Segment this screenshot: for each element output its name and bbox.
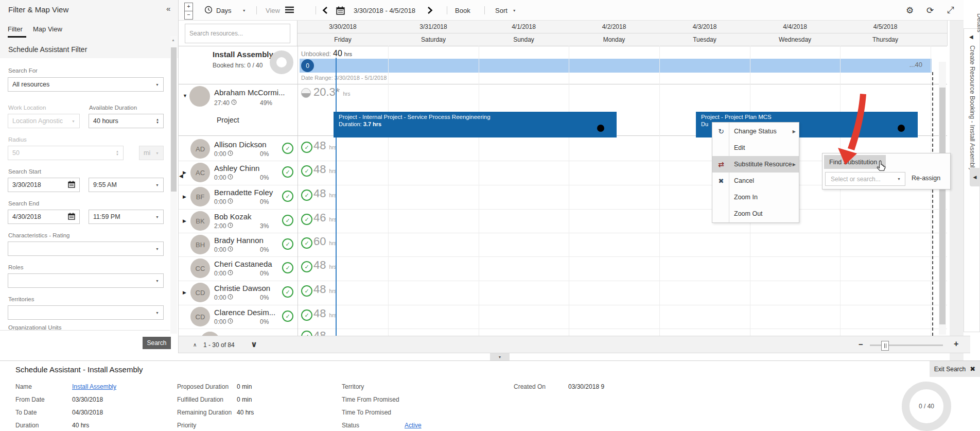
filter-scrollbar-thumb[interactable] <box>171 47 177 192</box>
board-scrollbar[interactable] <box>939 62 946 335</box>
day-column-header[interactable]: 4/3/2018Tuesday <box>659 21 750 46</box>
board-scrollbar-thumb[interactable] <box>939 88 946 324</box>
zoom-in-button[interactable]: + <box>184 3 193 11</box>
expander-closed-icon[interactable]: ▶ <box>183 290 186 295</box>
right-gap <box>950 21 964 360</box>
search-start-time[interactable]: 9:55 AM ▼ <box>89 178 164 192</box>
calendar-icon[interactable] <box>68 213 75 221</box>
booking-status-dot[interactable] <box>597 125 604 132</box>
characteristics-select[interactable]: ▼ <box>8 242 164 256</box>
zoom-slider-thumb[interactable] <box>881 341 889 351</box>
day-column-header[interactable]: 4/1/2018Sunday <box>479 21 569 46</box>
expander-closed-icon[interactable]: ▶ <box>183 170 186 175</box>
scale-select-label[interactable]: Days <box>216 7 232 14</box>
demand-progress-donut <box>270 50 293 74</box>
refresh-icon[interactable]: ⟳ <box>926 0 934 21</box>
splitter-collapse-icon[interactable]: ◀ <box>179 173 183 179</box>
prev-range-button[interactable] <box>322 0 329 21</box>
details-panel-handle[interactable]: ◀ <box>970 168 980 186</box>
calendar-icon[interactable] <box>68 181 75 189</box>
search-for-select[interactable]: All resources ▼ <box>8 77 164 92</box>
resource-row[interactable]: ▶ BK Bob Kozak 2:00 3% ✓ ✓ 46 hrs <box>179 209 947 233</box>
field-label: Remaining Duration <box>177 409 232 416</box>
search-end-time[interactable]: 11:59 PM ▼ <box>89 210 164 224</box>
settings-gear-icon[interactable]: ⚙ <box>906 0 914 21</box>
menu-item-change-status[interactable]: ↻ Change Status ▶ <box>712 123 799 140</box>
day-column-header[interactable]: 3/30/2018Friday <box>297 21 389 46</box>
available-check-icon: ✓ <box>282 143 293 154</box>
search-button[interactable]: Search <box>143 337 171 349</box>
stepper-icon[interactable]: ▲▼ <box>156 118 159 124</box>
available-duration-input[interactable]: 40 hours ▲▼ <box>89 114 164 128</box>
zoom-out-button[interactable]: − <box>184 11 193 20</box>
zoom-out-minus-icon[interactable]: − <box>859 340 863 349</box>
list-view-icon[interactable] <box>285 6 294 15</box>
day-column-header[interactable]: 3/31/2018Saturday <box>388 21 479 46</box>
expand-fullscreen-icon[interactable]: ⤢ <box>947 0 954 21</box>
chevron-down-icon[interactable]: ▼ <box>513 9 516 12</box>
panel-expand-icon[interactable]: ◀ <box>969 34 973 40</box>
resource-row[interactable]: CD Clarence Desim... 0:00 0% ✓ ✓ 48 hrs <box>179 305 947 329</box>
search-end-label: Search End <box>8 200 39 206</box>
menu-item-substitute-resource[interactable]: ⇄ Substitute Resource ▶ <box>712 156 799 173</box>
menu-item-cancel[interactable]: ✖ Cancel <box>712 173 799 189</box>
substitute-select[interactable]: ▼ <box>825 172 905 186</box>
day-column-header[interactable]: 4/5/2018Thursday <box>840 21 931 46</box>
expander-closed-icon[interactable]: ▶ <box>183 218 186 223</box>
expander-open-icon[interactable]: ▼ <box>183 93 187 98</box>
resource-utilization: 0% <box>260 150 269 158</box>
panel-expand-tab[interactable]: ▾ <box>490 353 510 360</box>
resource-row-group[interactable]: ▼ Abraham McCormi... 27:40 49% 20.3* hrs <box>179 84 947 110</box>
search-end-date[interactable]: 4/30/2018 <box>8 210 80 224</box>
chevron-down-icon[interactable]: ▼ <box>242 9 246 12</box>
day-column-header[interactable]: 4/4/2018Wednesday <box>750 21 841 46</box>
exit-search-button[interactable]: Exit Search ✖ <box>930 361 980 377</box>
view-label[interactable]: View <box>266 7 280 14</box>
book-button[interactable]: Book <box>455 0 470 21</box>
resource-row[interactable]: CC Cheri Castaneda 0:00 0% ✓ ✓ 48 hrs <box>179 256 947 281</box>
substitute-select-input[interactable] <box>830 175 894 183</box>
reassign-button[interactable]: Re-assign <box>912 175 940 182</box>
available-hours: 20.3* hrs <box>313 85 350 99</box>
next-range-button[interactable] <box>426 0 433 21</box>
page-down-icon[interactable]: ∨ <box>251 339 257 349</box>
group-sub-label: Project <box>217 116 239 124</box>
sort-button[interactable]: Sort <box>495 7 507 14</box>
search-resources-input[interactable] <box>185 24 290 43</box>
booking-status-dot[interactable] <box>898 125 905 132</box>
resource-row[interactable]: BH Brady Hannon 0:00 0% ✓ ✓ 60 hrs <box>179 233 947 257</box>
expander-closed-icon[interactable]: ▶ <box>183 194 186 199</box>
resource-row[interactable]: ▶ CD Christie Dawson 0:00 0% ✓ ✓ 48 hrs <box>179 281 947 305</box>
tab-filter[interactable]: Filter <box>8 25 23 33</box>
day-column-header[interactable]: 4/2/2018Monday <box>569 21 660 46</box>
details-tab-label[interactable]: Details <box>976 13 980 32</box>
menu-item-edit[interactable]: Edit <box>712 140 799 156</box>
panel-collapse-icon[interactable]: « <box>166 4 170 13</box>
calendar-icon[interactable] <box>336 0 345 21</box>
field-label: Priority <box>177 422 196 429</box>
menu-item-zoom-out[interactable]: Zoom Out <box>712 205 799 222</box>
record-link[interactable]: Install Assembly <box>72 383 116 390</box>
create-booking-tab-label[interactable]: Create Resource Booking - Install Assemb… <box>969 45 976 171</box>
scroll-up-icon[interactable]: ▲ <box>171 38 175 42</box>
page-up-icon[interactable]: ∧ <box>193 342 197 348</box>
date-range-label[interactable]: 3/30/2018 - 4/5/2018 <box>354 0 415 21</box>
resource-row[interactable]: ✓ 48 <box>179 329 947 336</box>
chevron-down-icon: ▼ <box>155 311 159 315</box>
tab-map-view[interactable]: Map View <box>33 25 62 33</box>
available-check-icon: ✓ <box>301 165 312 177</box>
divider <box>484 6 485 14</box>
radius-unit: mi <box>144 149 150 157</box>
zoom-in-plus-icon[interactable]: + <box>954 339 958 349</box>
field-label: Name <box>15 383 32 390</box>
roles-select[interactable]: ▼ <box>8 273 164 288</box>
find-substitution-item[interactable]: Find Substitution <box>824 155 886 169</box>
search-start-date[interactable]: 3/30/2018 <box>8 178 80 192</box>
menu-item-zoom-in[interactable]: Zoom In <box>712 189 799 205</box>
territories-select[interactable]: ▼ <box>8 305 164 320</box>
status-link[interactable]: Active <box>405 422 422 429</box>
booking-bar[interactable]: Project - Internal Project - Service Pro… <box>334 112 617 137</box>
available-check-icon: ✓ <box>282 311 293 322</box>
filter-scrollbar[interactable]: ▲ <box>170 36 177 334</box>
unbooked-demand-bar[interactable]: 0 ...40 <box>300 59 932 73</box>
